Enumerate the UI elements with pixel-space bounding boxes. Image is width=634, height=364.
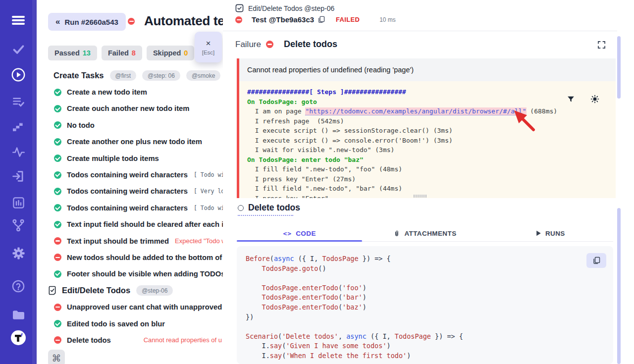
error-message: Cannot read properties of undefined (rea…	[247, 66, 414, 74]
scrollbar-thumb-bottom[interactable]	[617, 208, 621, 364]
test-row[interactable]: Create ouch another new todo item	[37, 101, 223, 117]
error-banner: Cannot read properties of undefined (rea…	[239, 58, 616, 81]
code-token: ()	[318, 264, 326, 272]
breadcrumb[interactable]: Edit/Delete Todos @step-06	[235, 4, 334, 12]
test-example-data: [ Todo with	[194, 171, 223, 178]
test-label: Text input should be trimmed	[67, 237, 169, 245]
tab-attachments[interactable]: ATTACHMENTS	[362, 225, 487, 241]
scrollbar-thumb-top[interactable]	[617, 36, 621, 99]
test-row[interactable]: No todo	[37, 117, 223, 133]
section-title-underline	[238, 215, 293, 216]
test-row[interactable]: Create another one plus new todo item	[37, 134, 223, 150]
test-row[interactable]: New todos should be added to the bottom …	[37, 249, 223, 265]
theme-toggle-button[interactable]	[590, 94, 600, 104]
step-text: I execute script () => console.error('Bo…	[247, 137, 453, 144]
test-label: Todos containing weird characters	[67, 204, 188, 212]
steps-icon[interactable]	[0, 120, 37, 133]
code-token: }) => {	[359, 255, 391, 262]
step-line: ################[ Steps ]###############…	[247, 87, 608, 97]
step-line: I press key "Enter" (27ms)	[247, 174, 608, 184]
task-list-icon[interactable]	[0, 95, 37, 108]
test-error-snippet: Expected "Todo wi	[175, 237, 223, 245]
section-title: Delete todos	[248, 203, 300, 213]
skipped-count: 0	[184, 49, 188, 57]
horizontal-scrollbar[interactable]	[414, 195, 427, 198]
pass-icon	[54, 204, 61, 211]
play-circle-icon[interactable]	[0, 68, 37, 82]
suite-header[interactable]: Create Tasks@first@step: 06@smoke@sto	[37, 67, 223, 84]
code-line: I.say('When I delete the first todo')	[246, 351, 604, 361]
code-token: })	[246, 313, 254, 321]
check-icon[interactable]	[0, 43, 37, 56]
step-url-link[interactable]: "https://todomvc.com/examples/angular/di…	[305, 107, 526, 115]
app-sidebar	[0, 0, 37, 364]
import-icon[interactable]	[0, 169, 37, 183]
skipped-filter-badge[interactable]: Skipped 0	[147, 46, 194, 60]
suite-tag: @step: 06	[142, 70, 180, 81]
menu-icon[interactable]	[0, 13, 37, 27]
settings-icon[interactable]	[0, 246, 37, 260]
status-filter-badges: Passed 13 Failed 8 Skipped 0	[48, 46, 194, 60]
code-token: (	[278, 332, 282, 340]
code-line: })	[246, 312, 604, 322]
step-text: I refresh page (542ms)	[247, 117, 344, 125]
suite-tag: @first	[110, 70, 137, 81]
passed-filter-badge[interactable]: Passed 13	[48, 46, 97, 60]
code-token: 'bar'	[342, 293, 363, 301]
failure-heading: Failure Delete todos	[235, 39, 337, 50]
copy-test-id-button[interactable]	[317, 16, 325, 23]
code-token	[246, 303, 262, 311]
test-row[interactable]: Todos containing weird characters[ Todo …	[37, 200, 223, 216]
branch-icon[interactable]	[0, 218, 37, 232]
test-row[interactable]: Todos containing weird characters[ Very …	[37, 183, 223, 200]
test-row[interactable]: Unapproved user cant chat with unapprove…	[37, 299, 223, 315]
analytics-icon[interactable]	[0, 196, 37, 209]
fullscreen-button[interactable]	[597, 41, 606, 49]
help-icon[interactable]	[0, 279, 37, 293]
tab-runs-label: RUNS	[545, 230, 565, 237]
test-label: Footer should be visible when adding TOD…	[67, 270, 223, 278]
test-row[interactable]: Edited todo is saved on blur	[37, 315, 223, 332]
step-line: I press key "Enter"	[247, 194, 608, 198]
code-token: (	[338, 293, 342, 301]
test-row[interactable]: Todos containing weird characters[ Todo …	[37, 166, 223, 183]
copy-code-button[interactable]	[586, 253, 606, 268]
failed-filter-badge[interactable]: Failed 8	[102, 46, 142, 60]
close-panel-button[interactable]: × [Esc]	[195, 32, 222, 62]
pass-icon	[54, 105, 61, 112]
code-token: 'baz'	[342, 303, 363, 311]
step-line: I fill field ".new-todo", "bar" (44ms)	[247, 184, 608, 194]
test-row[interactable]: Delete todosCannot read properties of u	[37, 332, 223, 348]
code-token: (	[270, 255, 274, 262]
test-row[interactable]: Text input should be trimmedExpected "To…	[37, 233, 223, 249]
code-token: ({ I,	[367, 332, 395, 340]
status-badge: FAILED	[336, 16, 360, 23]
fail-status-icon	[128, 18, 135, 25]
tab-code[interactable]: <> CODE	[237, 225, 362, 241]
filter-steps-button[interactable]	[567, 95, 575, 104]
code-icon: <>	[283, 230, 292, 237]
code-viewer: Before(async ({ I, TodosPage }) => { Tod…	[237, 246, 613, 364]
run-back-button[interactable]: « Run #2660a543	[48, 13, 126, 31]
code-line: TodosPage.enterTodo('foo')	[246, 283, 604, 293]
pulse-icon[interactable]	[0, 145, 37, 158]
code-line	[246, 322, 604, 332]
test-section-heading[interactable]: Delete todos	[238, 203, 300, 213]
logo-icon[interactable]	[0, 330, 37, 346]
circle-status-icon	[238, 205, 244, 211]
command-palette-button[interactable]: ⌘	[48, 350, 65, 364]
detail-tabs: <> CODE ATTACHMENTS RUNS	[237, 225, 613, 241]
tab-runs[interactable]: RUNS	[488, 225, 613, 241]
test-row[interactable]: Create multiple todo items	[37, 150, 223, 166]
code-token: (	[338, 284, 342, 292]
test-row[interactable]: Create a new todo item	[37, 84, 223, 100]
test-row[interactable]: Text input field should be cleared after…	[37, 216, 223, 233]
code-line: TodosPage.goto()	[246, 264, 604, 274]
code-token: )	[363, 284, 367, 292]
test-row[interactable]: Footer should be visible when adding TOD…	[37, 266, 223, 282]
step-text: On TodosPage: enter todo "baz"	[247, 156, 364, 163]
projects-icon[interactable]	[0, 308, 37, 322]
code-token: )	[407, 352, 411, 360]
suite-header[interactable]: Edit/Delete Todos@step-06	[37, 282, 223, 299]
suite-doc-icon	[48, 286, 56, 295]
